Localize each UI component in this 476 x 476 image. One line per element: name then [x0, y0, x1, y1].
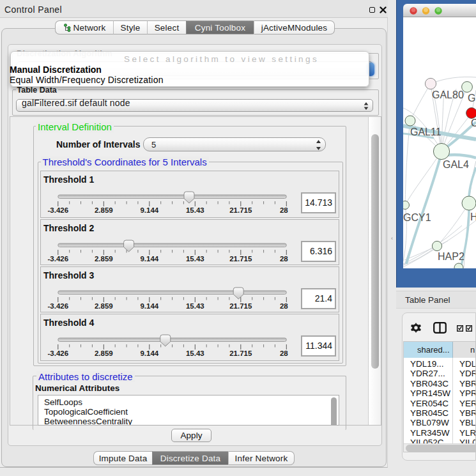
svg-text:28: 28	[280, 206, 288, 214]
svg-text:15.43: 15.43	[186, 349, 204, 357]
svg-text:2.859: 2.859	[95, 302, 113, 310]
svg-text:-3.426: -3.426	[47, 206, 68, 214]
svg-text:GAL11: GAL11	[410, 127, 441, 137]
svg-text:-3.426: -3.426	[47, 302, 68, 310]
svg-text:GCY1: GCY1	[403, 212, 431, 223]
svg-text:9.144: 9.144	[140, 302, 158, 310]
svg-text:H: H	[470, 211, 476, 222]
svg-text:28: 28	[280, 302, 288, 310]
svg-text:2.859: 2.859	[95, 255, 113, 263]
svg-text:21.715: 21.715	[229, 206, 252, 214]
svg-text:15.43: 15.43	[186, 255, 204, 263]
svg-text:28: 28	[280, 349, 288, 357]
svg-text:G.: G.	[468, 93, 476, 104]
svg-text:21.715: 21.715	[229, 349, 252, 357]
svg-text:2.859: 2.859	[95, 206, 113, 214]
svg-text:-3.426: -3.426	[47, 349, 68, 357]
svg-text:GAL4: GAL4	[443, 159, 469, 170]
svg-text:9.144: 9.144	[140, 349, 158, 357]
svg-text:HAP2: HAP2	[438, 251, 464, 262]
svg-text:9.144: 9.144	[140, 206, 158, 214]
svg-text:C: C	[471, 118, 476, 128]
svg-text:15.43: 15.43	[186, 302, 204, 310]
svg-text:21.715: 21.715	[229, 302, 252, 310]
svg-text:2.859: 2.859	[95, 349, 113, 357]
svg-text:28: 28	[280, 255, 288, 263]
svg-text:15.43: 15.43	[186, 206, 204, 214]
svg-text:-3.426: -3.426	[47, 255, 68, 263]
svg-text:21.715: 21.715	[229, 255, 252, 263]
svg-text:9.144: 9.144	[140, 255, 158, 263]
svg-text:GAL80: GAL80	[432, 89, 464, 100]
